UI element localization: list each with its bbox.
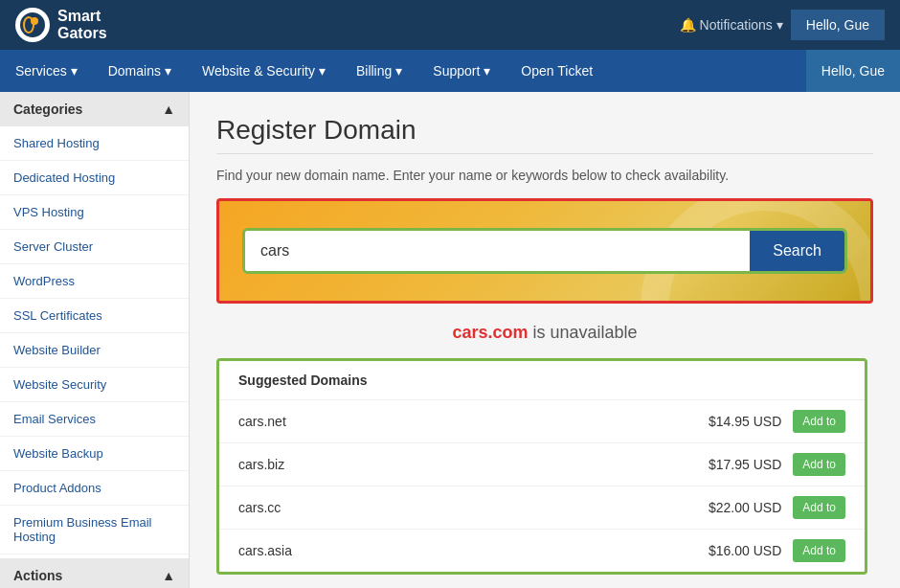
bell-icon: 🔔	[680, 17, 696, 33]
domain-row: cars.biz $17.95 USD Add to	[219, 443, 865, 486]
sidebar-item-website-security[interactable]: Website Security	[0, 368, 189, 402]
top-bar: Smart Gators 🔔 Notifications ▾ Hello, Gu…	[0, 0, 900, 50]
sidebar-footer: Actions ▲	[0, 558, 189, 588]
domain-right: $22.00 USD Add to	[709, 496, 845, 519]
unavailable-message: cars.com is unavailable	[216, 323, 873, 343]
sidebar-item-dedicated-hosting[interactable]: Dedicated Hosting	[0, 161, 189, 195]
domain-price-carscc: $22.00 USD	[709, 500, 781, 515]
domain-name-carsnet: cars.net	[238, 414, 286, 429]
domain-search-input[interactable]	[245, 231, 750, 271]
page-subtitle: Find your new domain name. Enter your na…	[216, 168, 873, 183]
nav-item-website-security[interactable]: Website & Security ▾	[187, 50, 341, 92]
sidebar-item-product-addons[interactable]: Product Addons	[0, 471, 189, 506]
add-to-cart-carscc[interactable]: Add to	[793, 496, 845, 519]
add-to-cart-carsasia[interactable]: Add to	[793, 539, 845, 562]
domain-name-carsasia: cars.asia	[238, 543, 292, 558]
nav-item-services[interactable]: Services ▾	[0, 50, 93, 92]
sidebar-item-ssl-certificates[interactable]: SSL Certificates	[0, 299, 189, 333]
chevron-down-icon: ▾	[165, 63, 171, 79]
sidebar-item-wordpress[interactable]: WordPress	[0, 264, 189, 299]
sidebar-item-vps-hosting[interactable]: VPS Hosting	[0, 195, 189, 230]
collapse-icon[interactable]: ▲	[162, 102, 175, 117]
sidebar: Categories ▲ Shared Hosting Dedicated Ho…	[0, 92, 190, 588]
logo-area: Smart Gators	[15, 8, 107, 42]
nav-item-open-ticket[interactable]: Open Ticket	[506, 50, 608, 92]
sidebar-header: Categories ▲	[0, 92, 189, 126]
notifications-button[interactable]: 🔔 Notifications ▾	[680, 17, 783, 33]
sidebar-item-server-cluster[interactable]: Server Cluster	[0, 230, 189, 264]
top-right: 🔔 Notifications ▾ Hello, Gue	[680, 10, 885, 40]
add-to-cart-carsnet[interactable]: Add to	[793, 410, 845, 433]
svg-point-2	[31, 17, 38, 25]
search-button[interactable]: Search	[750, 231, 844, 271]
nav-item-billing[interactable]: Billing ▾	[341, 50, 417, 92]
logo-text: Smart Gators	[57, 8, 107, 41]
unavailable-domain: cars.com	[452, 323, 528, 342]
chevron-down-icon: ▾	[71, 63, 78, 79]
sidebar-item-shared-hosting[interactable]: Shared Hosting	[0, 126, 189, 161]
layout: Categories ▲ Shared Hosting Dedicated Ho…	[0, 92, 900, 588]
sidebar-item-website-builder[interactable]: Website Builder	[0, 333, 189, 368]
domain-name-carsbiz: cars.biz	[238, 457, 284, 472]
domain-right: $17.95 USD Add to	[709, 453, 845, 476]
sidebar-item-website-backup[interactable]: Website Backup	[0, 437, 189, 471]
add-to-cart-carsbiz[interactable]: Add to	[793, 453, 845, 476]
nav-bar: Services ▾ Domains ▾ Website & Security …	[0, 50, 900, 92]
nav-hello: Hello, Gue	[806, 50, 900, 92]
chevron-down-icon: ▾	[319, 63, 326, 79]
page-divider	[216, 153, 873, 154]
page-title: Register Domain	[216, 115, 873, 146]
domain-row: cars.asia $16.00 USD Add to	[219, 530, 865, 572]
domain-row: cars.net $14.95 USD Add to	[219, 400, 865, 443]
domain-name-carscc: cars.cc	[238, 500, 281, 515]
chevron-down-icon: ▾	[484, 63, 490, 79]
logo-icon	[15, 8, 50, 42]
domain-right: $14.95 USD Add to	[709, 410, 845, 433]
domain-price-carsasia: $16.00 USD	[709, 543, 781, 558]
hello-button[interactable]: Hello, Gue	[791, 10, 885, 40]
collapse-actions-icon[interactable]: ▲	[162, 568, 175, 583]
suggested-header: Suggested Domains	[219, 361, 865, 400]
sidebar-item-email-services[interactable]: Email Services	[0, 402, 189, 437]
sidebar-item-premium-email[interactable]: Premium Business Email Hosting	[0, 506, 189, 554]
suggested-domains-box: Suggested Domains cars.net $14.95 USD Ad…	[216, 358, 867, 575]
domain-price-carsbiz: $17.95 USD	[709, 457, 781, 472]
search-banner: Search	[216, 198, 873, 304]
search-row: Search	[242, 228, 847, 274]
unavailable-status: is unavailable	[533, 323, 638, 342]
domain-right: $16.00 USD Add to	[709, 539, 845, 562]
domain-row: cars.cc $22.00 USD Add to	[219, 486, 865, 530]
nav-item-support[interactable]: Support ▾	[417, 50, 506, 92]
chevron-down-icon: ▾	[395, 63, 402, 79]
domain-price-carsnet: $14.95 USD	[709, 414, 781, 429]
main-content: Register Domain Find your new domain nam…	[190, 92, 900, 588]
nav-item-domains[interactable]: Domains ▾	[93, 50, 187, 92]
chevron-icon: ▾	[776, 17, 783, 33]
